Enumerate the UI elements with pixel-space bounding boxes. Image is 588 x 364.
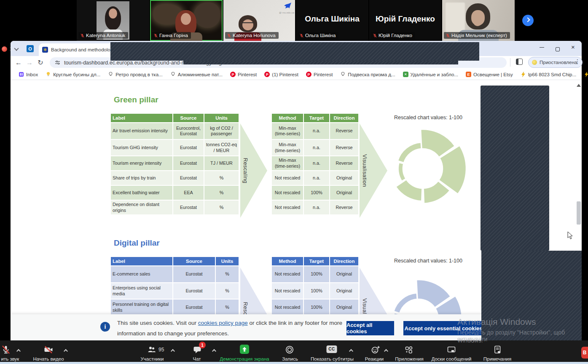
close-button[interactable]: × [571, 43, 575, 51]
participant-name-label: Ганна Горіна [152, 32, 191, 39]
bookmark-item-6[interactable]: P(1) Pinterest [260, 72, 302, 77]
mic-muted-icon [153, 33, 158, 38]
participant-display-name: Ольга Шикіна [296, 14, 368, 24]
redaction-panel-upper [481, 86, 549, 251]
table-row: Not rescaled100%Original [272, 266, 359, 283]
cookie-text: This site uses cookies. Visit our [117, 320, 198, 326]
toolbar-item-label: Приложения [395, 356, 423, 361]
bookmark-item-3[interactable]: Ретро провод в тка... [104, 72, 166, 77]
table-row: Not rescaled100%Original [272, 283, 359, 300]
table-row: Share of trips by trainEurostat% [111, 171, 239, 186]
toolbar-divider [510, 58, 510, 67]
back-button[interactable]: ← [13, 59, 24, 67]
share-screen-icon [240, 345, 249, 354]
next-participants-button[interactable] [522, 15, 534, 26]
participant-name-label: Kateryna Antoniuk [78, 32, 128, 39]
pinterest-icon: P [230, 72, 236, 77]
reload-button[interactable]: ↻ [35, 59, 46, 67]
scroll-up-arrow[interactable] [577, 84, 581, 87]
green-grid-icon: ✕ [403, 72, 408, 77]
bulb-outline-icon [340, 72, 346, 77]
mic-muted-icon [373, 33, 377, 38]
apps-icon [404, 345, 414, 356]
bookmark-item-4[interactable]: Алюминиевые пат... [166, 72, 226, 77]
participant-name-label: Юрій Гладенко [371, 32, 415, 39]
recording-dot [2, 46, 7, 52]
green-pillar-heading: Green pillar [114, 95, 158, 104]
chevron-up-icon[interactable] [16, 349, 21, 353]
inbox-icon [19, 72, 24, 77]
toolbar-item-label: Демонстрация экрана [220, 356, 269, 361]
notes-icon [492, 345, 502, 356]
bookmark-item-12[interactable]: Fine Workmanship... [580, 72, 588, 77]
bookmark-item-1[interactable]: Inbox [15, 72, 42, 77]
toolbar-item-label: Показать субтитры [311, 356, 354, 361]
green-pillar-table: LabelSourceUnitsAir travel emission inte… [111, 114, 239, 215]
scrollbar-thumb[interactable] [577, 201, 581, 225]
table-row: Enterprises using social mediaEurostat% [111, 283, 239, 300]
redaction-overlay-tabs [110, 42, 479, 61]
bookmark-item-9[interactable]: ✕Удалённые и забло... [399, 72, 462, 77]
redaction-panel-lower [481, 251, 582, 340]
table-row: Dependence on distant originsEurostat% [111, 201, 239, 215]
participant-tile-6[interactable]: Надія Мельник (експерт) [442, 0, 515, 41]
participant-tile-1[interactable]: Kateryna Antoniuk [77, 0, 149, 41]
bookmark-item-5[interactable]: PPinterest [226, 72, 260, 77]
redaction-overlay-url [183, 61, 458, 64]
participant-tile-4[interactable]: Ольга ШикінаОльга Шикіна [296, 0, 368, 41]
green-pillar-donut-chart [376, 122, 469, 215]
cookie-text-2: or click the link in any footer for more [248, 320, 342, 326]
tab-title: Background and methodology [51, 47, 115, 52]
pinterest-icon: P [306, 72, 311, 77]
toolbar-item-label: Запись [282, 356, 298, 361]
bookmark-item-2[interactable]: Круглые бусины дл... [42, 72, 104, 77]
mic-muted-icon [1, 345, 11, 356]
leave-meeting-button[interactable]: В [581, 347, 588, 359]
accept-all-cookies-button[interactable]: Accept all cookies [346, 321, 394, 335]
bulb-icon [46, 72, 51, 77]
participant-tile-3[interactable]: @ mu.edu.uaKateryna Horiunova [223, 0, 295, 41]
cookie-policy-link[interactable]: cookies policy page [198, 320, 248, 326]
site-settings-icon[interactable] [55, 60, 60, 65]
chat-badge: 1 [199, 342, 206, 348]
table-row: Not rescaled100%Original [272, 186, 359, 201]
participants-icon [147, 345, 157, 356]
table-row: Personnel training on digital skillsEuro… [111, 300, 239, 316]
toolbar-item-label: Чат [193, 356, 201, 361]
bookmark-item-8[interactable]: Подвеска призма д... [336, 72, 399, 77]
logo-caption: @ mu.edu.ua [279, 11, 294, 14]
outlook-pinned-tab[interactable]: O [27, 45, 34, 52]
minimize-button[interactable] [540, 44, 544, 52]
chevron-up-icon[interactable] [384, 349, 388, 353]
mic-muted-icon [227, 33, 231, 38]
table-row: Min-max (time-series)n.a.Reverse [272, 140, 359, 156]
table-row: Tourism GHG intensityEurostattonnes CO2-… [111, 140, 239, 156]
chevron-up-icon[interactable] [64, 349, 68, 353]
bookmark-item-7[interactable]: PPinterest [302, 72, 336, 77]
chevron-right-icon [525, 17, 530, 22]
bookmark-item-11[interactable]: Ip66 8023 Smd Chip... [517, 72, 580, 77]
participant-tile-5[interactable]: Юрій ГладенкоЮрій Гладенко [369, 0, 441, 41]
tab-background-and-methodology[interactable]: ✻ Background and methodology [39, 43, 122, 56]
pinterest-icon: P [264, 72, 270, 77]
browser-menu-kebab-icon[interactable]: ⋮ [575, 58, 580, 65]
chevron-up-icon[interactable] [171, 349, 175, 353]
accept-essential-cookies-button[interactable]: Accept only essential cookies [403, 321, 483, 335]
digital-chart-caption: Rescaled chart values: 1-100 [394, 258, 462, 264]
participant-tile-2[interactable]: Ганна Горіна [150, 0, 223, 41]
maximize-button[interactable] [556, 46, 560, 53]
chevron-up-icon[interactable] [212, 349, 216, 353]
bookmark-item-10[interactable]: EОсвещение | Etsy [462, 72, 517, 77]
record-icon [285, 345, 295, 356]
toolbar-item-label: Доски сообщений [432, 356, 472, 361]
extension-paused-label: Приостановлена [540, 60, 577, 65]
side-panel-icon[interactable] [516, 59, 523, 65]
recording-label: Запись [9, 46, 26, 52]
bulb-outline-icon [170, 72, 176, 77]
forward-button[interactable]: → [24, 59, 35, 67]
camera-muted-icon [43, 345, 54, 356]
participants-count: 95 [158, 347, 164, 353]
table-row: Air travel emission intensityEurocontrol… [111, 123, 239, 140]
chevron-up-icon[interactable] [349, 349, 353, 353]
cc-icon: CC [327, 345, 337, 353]
